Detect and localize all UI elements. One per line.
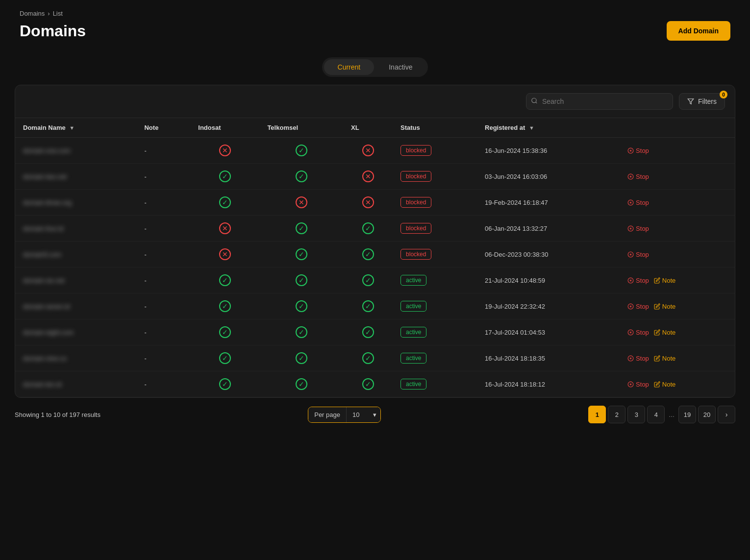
- check-icon: ✓: [219, 378, 231, 390]
- status-cell: active: [393, 371, 477, 397]
- domain-name-cell: domain-three.org: [15, 190, 136, 216]
- col-domain-name[interactable]: Domain Name ▼: [15, 118, 136, 138]
- note-cell: -: [136, 293, 190, 319]
- stop-button[interactable]: Stop: [627, 199, 649, 206]
- stop-button[interactable]: Stop: [627, 225, 649, 232]
- add-domain-button[interactable]: Add Domain: [667, 21, 730, 41]
- indosat-cell: ✓: [190, 345, 259, 371]
- status-badge: active: [400, 327, 426, 338]
- action-cell: Stop Note: [620, 319, 735, 345]
- note-cell: -: [136, 216, 190, 242]
- note-cell: -: [136, 242, 190, 268]
- filters-button[interactable]: Filters 0: [679, 93, 725, 110]
- check-icon: ✓: [219, 274, 231, 286]
- tab-inactive[interactable]: Inactive: [375, 59, 426, 75]
- stop-button[interactable]: Stop: [627, 173, 649, 180]
- note-cell: -: [136, 371, 190, 397]
- domain-name-cell: domain-seven.id: [15, 293, 136, 319]
- stop-button[interactable]: Stop: [627, 147, 649, 154]
- domain-name-cell: domain-four.id: [15, 216, 136, 242]
- check-icon: ✓: [362, 248, 374, 260]
- page-btn-3[interactable]: 3: [627, 406, 645, 423]
- col-registered-at[interactable]: Registered at ▼: [477, 118, 620, 138]
- registered-at-cell: 16-Jun-2024 15:38:36: [477, 138, 620, 164]
- table-row: domain5.com - ✕ ✓ ✓ blocked 06-Dec-2023 …: [15, 242, 735, 268]
- note-icon: [654, 303, 660, 310]
- status-badge: blocked: [400, 223, 431, 234]
- check-icon: ✓: [296, 274, 307, 286]
- check-icon: ✓: [296, 248, 307, 260]
- domain-name-cell: domain-ten.id: [15, 371, 136, 397]
- stop-button[interactable]: Stop: [627, 251, 649, 258]
- registered-at-cell: 17-Jul-2024 01:04:53: [477, 319, 620, 345]
- stop-icon: [627, 381, 634, 388]
- tab-current[interactable]: Current: [324, 59, 375, 75]
- stop-button[interactable]: Stop: [627, 303, 649, 310]
- page-btn-20[interactable]: 20: [698, 406, 716, 423]
- status-cell: blocked: [393, 138, 477, 164]
- action-cell: Stop: [620, 216, 735, 242]
- status-cell: active: [393, 319, 477, 345]
- stop-icon: [627, 173, 634, 180]
- breadcrumb-arrow: ›: [48, 10, 50, 17]
- page-btn-1[interactable]: 1: [588, 406, 606, 423]
- page-next-button[interactable]: ›: [718, 406, 735, 423]
- col-status: Status: [393, 118, 477, 138]
- xl-cell: ✓: [343, 216, 393, 242]
- page-btn-2[interactable]: 2: [608, 406, 625, 423]
- breadcrumb-root[interactable]: Domains: [20, 10, 45, 17]
- showing-text: Showing 1 to 10 of 197 results: [15, 411, 100, 418]
- xl-cell: ✓: [343, 371, 393, 397]
- domain-name: domain-ten.id: [23, 381, 62, 388]
- stop-button[interactable]: Stop: [627, 277, 649, 284]
- domain-name: domain-seven.id: [23, 303, 70, 310]
- svg-marker-2: [688, 99, 694, 104]
- note-button[interactable]: Note: [654, 329, 675, 336]
- table-row: domain-one.com - ✕ ✓ ✕ blocked 16-Jun-20…: [15, 138, 735, 164]
- x-icon: ✕: [362, 145, 374, 156]
- note-button[interactable]: Note: [654, 381, 675, 388]
- note-button[interactable]: Note: [654, 277, 675, 284]
- sort-arrow-registered: ▼: [529, 125, 534, 131]
- page-btn-4[interactable]: 4: [647, 406, 665, 423]
- check-icon: ✓: [296, 222, 307, 234]
- actions-cell: Stop Note: [627, 277, 727, 284]
- stop-button[interactable]: Stop: [627, 329, 649, 336]
- check-icon: ✓: [362, 378, 374, 390]
- stop-button[interactable]: Stop: [627, 381, 649, 388]
- stop-icon: [627, 329, 634, 336]
- note-cell: -: [136, 268, 190, 293]
- telkomsel-cell: ✓: [259, 268, 343, 293]
- note-button[interactable]: Note: [654, 355, 675, 362]
- check-icon: ✓: [296, 145, 307, 156]
- check-icon: ✓: [296, 300, 307, 312]
- status-badge: blocked: [400, 171, 431, 182]
- registered-at-cell: 06-Dec-2023 00:38:30: [477, 242, 620, 268]
- per-page-wrapper: Per page 10 20 50 100 ▾: [308, 407, 381, 423]
- note-cell: -: [136, 164, 190, 190]
- page-footer: Showing 1 to 10 of 197 results Per page …: [0, 398, 750, 431]
- domain-name-cell: domain-two.net: [15, 164, 136, 190]
- per-page-label: Per page: [308, 407, 347, 422]
- note-icon: [654, 355, 660, 362]
- stop-icon: [627, 355, 634, 362]
- status-badge: blocked: [400, 249, 431, 260]
- x-icon: ✕: [296, 196, 307, 208]
- stop-button[interactable]: Stop: [627, 355, 649, 362]
- xl-cell: ✕: [343, 138, 393, 164]
- actions-cell: Stop: [627, 147, 727, 154]
- xl-cell: ✓: [343, 293, 393, 319]
- note-button[interactable]: Note: [654, 303, 675, 310]
- pagination: 1 2 3 4 ... 19 20 ›: [588, 406, 735, 423]
- per-page-select[interactable]: 10 20 50 100: [347, 407, 369, 422]
- page-btn-19[interactable]: 19: [678, 406, 696, 423]
- domain-name: domain-two.net: [23, 173, 67, 180]
- per-page-arrow-icon: ▾: [369, 407, 380, 422]
- indosat-cell: ✕: [190, 138, 259, 164]
- search-input[interactable]: [526, 93, 673, 110]
- filters-label: Filters: [698, 97, 717, 105]
- action-cell: Stop Note: [620, 268, 735, 293]
- action-cell: Stop: [620, 242, 735, 268]
- action-cell: Stop: [620, 138, 735, 164]
- table-row: domain-three.org - ✓ ✕ ✕ blocked 19-Feb-…: [15, 190, 735, 216]
